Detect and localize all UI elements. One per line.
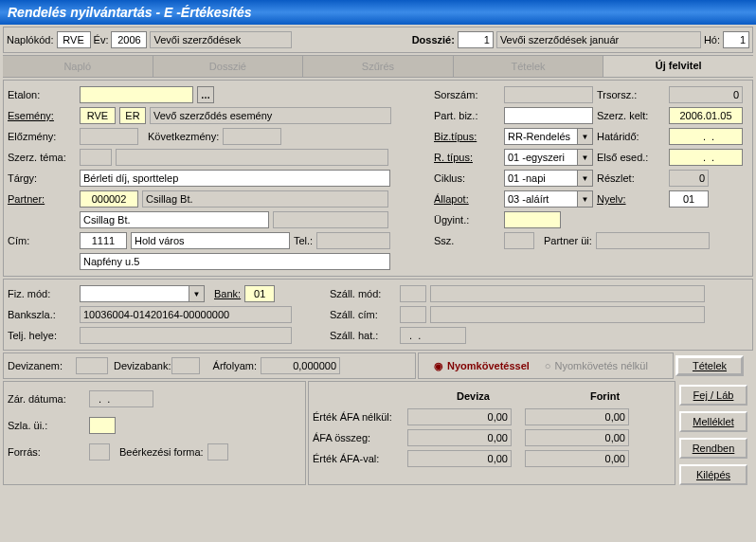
kilepes-button[interactable]: Kilépés xyxy=(679,464,747,485)
teljhelye-input xyxy=(80,327,292,344)
totals-d2 xyxy=(407,429,512,446)
fiz-section: Fiz. mód: ▼ Bank: Bankszla.: Telj. helye… xyxy=(3,279,753,351)
totals-d3 xyxy=(407,450,512,467)
tab-strip: Napló Dosszié Szűrés Tételek Új felvitel xyxy=(3,55,753,78)
ribbon-bar: Naplókód: Év: Dosszié: Hó: xyxy=(3,27,753,53)
cim-label: Cím: xyxy=(8,235,76,246)
tab-szures[interactable]: Szűrés xyxy=(303,56,454,77)
szerz-tema-code xyxy=(80,149,112,166)
radio-nyomkovetes-nelkul[interactable]: Nyomkövetés nélkül xyxy=(545,360,648,371)
chevron-down-icon[interactable]: ▼ xyxy=(189,285,205,302)
devizabank-input xyxy=(171,357,200,374)
szerzkelt-input[interactable] xyxy=(669,107,743,124)
szallcim-label: Száll. cím: xyxy=(330,309,396,320)
naplokod-input[interactable] xyxy=(57,31,91,48)
beerkezesi-input xyxy=(207,443,228,461)
targy-label: Tárgy: xyxy=(8,172,76,184)
targy-input[interactable] xyxy=(80,170,390,187)
partner-name2[interactable] xyxy=(80,211,269,228)
szallmod-label: Száll. mód: xyxy=(330,288,396,299)
szallmod-code xyxy=(400,285,426,302)
etalon-browse-button[interactable]: … xyxy=(197,86,214,103)
cim-addr[interactable] xyxy=(80,253,390,270)
rtipus-select[interactable] xyxy=(504,149,578,166)
esemeny-label[interactable]: Esemény: xyxy=(8,110,76,121)
allapot-select[interactable] xyxy=(504,190,578,208)
bank-label[interactable]: Bank: xyxy=(214,288,241,299)
dosszie-label: Dosszié: xyxy=(412,34,455,45)
chevron-down-icon[interactable]: ▼ xyxy=(578,190,593,208)
arfolyam-input xyxy=(261,357,340,374)
hatarido-input[interactable] xyxy=(669,128,743,145)
tab-tetelek[interactable]: Tételek xyxy=(454,56,604,77)
ugyint-label: Ügyint.: xyxy=(434,214,500,226)
totals-f2 xyxy=(525,429,629,446)
partner-code[interactable] xyxy=(80,190,138,208)
szlaui-input[interactable] xyxy=(89,417,116,434)
radio-nyomkovetessel[interactable]: Nyomkövetéssel xyxy=(434,360,530,372)
partnerui-label: Partner üi: xyxy=(544,235,592,246)
szlaui-label: Szla. üi.: xyxy=(8,420,85,431)
hatarido-label: Határidő: xyxy=(597,131,665,142)
szallhat-input xyxy=(400,327,466,344)
esemeny-code1[interactable] xyxy=(80,107,116,124)
fizmod-select[interactable] xyxy=(80,285,189,302)
fejlab-button[interactable]: Fej / Láb xyxy=(679,385,747,406)
forras-input xyxy=(89,443,110,461)
tab-ujfelvitel[interactable]: Új felvitel xyxy=(603,56,753,77)
totals-row3-label: Érték ÁFA-val: xyxy=(313,453,407,464)
totals-col-deviza: Deviza xyxy=(407,390,539,402)
allapot-label[interactable]: Állapot: xyxy=(434,193,500,205)
totals-col-forint: Forint xyxy=(539,390,671,402)
nyelv-label[interactable]: Nyelv: xyxy=(597,193,665,205)
ev-input[interactable] xyxy=(111,31,147,48)
elsoesed-input[interactable] xyxy=(669,149,743,166)
fizmod-label: Fiz. mód: xyxy=(8,288,76,299)
arfolyam-label: Árfolyam: xyxy=(213,360,257,371)
trsorsz-input xyxy=(669,86,743,103)
partnerui-input xyxy=(596,232,710,249)
partbiz-input[interactable] xyxy=(504,107,593,124)
szallhat-label: Száll. hat.: xyxy=(330,330,396,341)
tab-dosszie[interactable]: Dosszié xyxy=(153,56,304,77)
rendben-button[interactable]: Rendben xyxy=(679,438,747,459)
reszlet-input xyxy=(669,170,709,187)
kovetkezmeny-input xyxy=(223,128,281,145)
bank-input[interactable] xyxy=(244,285,275,302)
devizanem-label: Devizanem: xyxy=(8,360,76,371)
szerz-tema-desc xyxy=(116,149,388,166)
elozmeny-label: Előzmény: xyxy=(8,131,76,142)
dosszie-input[interactable] xyxy=(458,31,494,48)
totals-f1 xyxy=(525,408,629,425)
partner-label[interactable]: Partner: xyxy=(8,193,76,205)
szallmod-desc xyxy=(430,285,705,302)
esemeny-code2[interactable] xyxy=(119,107,146,124)
beerkezesi-label: Beérkezési forma: xyxy=(119,446,204,458)
elsoesed-label: Első esed.: xyxy=(597,152,665,163)
rtipus-label[interactable]: R. típus: xyxy=(434,152,500,163)
biztipus-label[interactable]: Biz.típus: xyxy=(434,131,500,142)
melleklet-button[interactable]: Melléklet xyxy=(679,411,747,432)
chevron-down-icon[interactable]: ▼ xyxy=(578,149,593,166)
tel-label: Tel.: xyxy=(294,235,313,246)
biztipus-select[interactable] xyxy=(504,128,578,145)
trsorsz-label: Trsorsz.: xyxy=(597,89,665,100)
nyelv-input[interactable] xyxy=(669,190,709,208)
ho-input[interactable] xyxy=(723,31,749,48)
tetelek-button[interactable]: Tételek xyxy=(675,355,744,376)
chevron-down-icon[interactable]: ▼ xyxy=(578,170,593,187)
ciklus-select[interactable] xyxy=(504,170,578,187)
ev-label: Év: xyxy=(94,34,109,45)
tab-naplo[interactable]: Napló xyxy=(3,56,153,77)
ugyint-input[interactable] xyxy=(504,211,561,228)
szerzkelt-label: Szerz. kelt: xyxy=(597,110,665,121)
partner-name xyxy=(142,190,388,208)
bankszla-label: Bankszla.: xyxy=(8,309,76,320)
etalon-input[interactable] xyxy=(80,86,193,103)
partner-extra xyxy=(273,211,388,228)
cim-zip[interactable] xyxy=(80,232,127,249)
elozmeny-input xyxy=(80,128,138,145)
cim-city[interactable] xyxy=(131,232,290,249)
chevron-down-icon[interactable]: ▼ xyxy=(578,128,593,145)
kovetkezmeny-label: Következmény: xyxy=(148,131,219,142)
